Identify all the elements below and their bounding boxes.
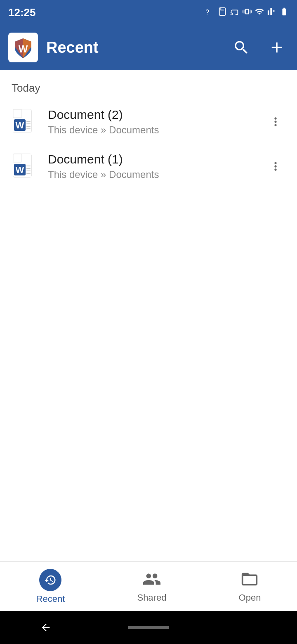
nav-tab-open[interactable]: Open (229, 566, 271, 606)
doc-location-1: This device » Documents (48, 124, 264, 136)
signal-icon: ? (205, 7, 214, 18)
svg-rect-9 (26, 121, 31, 122)
document-list: W Document (2) This device » Documents (0, 99, 297, 561)
svg-rect-19 (26, 168, 31, 169)
app-bar: W Recent (0, 25, 297, 70)
doc-item-1[interactable]: W Document (2) This device » Documents (0, 99, 297, 144)
android-nav-bar (0, 611, 297, 644)
svg-text:W: W (16, 120, 24, 130)
svg-rect-12 (26, 128, 31, 129)
nav-label-recent: Recent (36, 594, 65, 604)
status-icons: ? (205, 7, 289, 18)
doc-name-2: Document (1) (48, 152, 264, 166)
wifi-icon (255, 7, 264, 18)
svg-rect-21 (26, 173, 31, 174)
bottom-nav: Recent Shared Open (0, 561, 297, 611)
signal-strength-icon (267, 7, 276, 18)
svg-text:?: ? (205, 8, 209, 16)
open-icon (240, 570, 259, 590)
svg-rect-11 (26, 126, 31, 127)
svg-rect-10 (26, 123, 31, 124)
doc-menu-btn-2[interactable] (264, 155, 287, 178)
app-bar-actions (229, 36, 289, 59)
add-button[interactable] (265, 36, 289, 59)
sim-icon (218, 7, 227, 18)
nav-label-shared: Shared (137, 592, 166, 603)
doc-icon-2: W (10, 152, 40, 181)
app-logo: W (8, 33, 38, 62)
back-button[interactable] (36, 618, 56, 637)
doc-location-2: This device » Documents (48, 169, 264, 180)
battery-icon (280, 7, 289, 18)
search-button[interactable] (229, 36, 253, 59)
shared-icon (142, 570, 161, 590)
doc-icon-1: W (10, 107, 40, 137)
status-time: 12:25 (8, 6, 36, 19)
cast-icon (230, 7, 239, 18)
doc-info-2: Document (1) This device » Documents (48, 152, 264, 180)
main-content: Today W (0, 70, 297, 561)
app-title: Recent (46, 39, 221, 57)
doc-name-1: Document (2) (48, 108, 264, 122)
svg-rect-18 (26, 166, 31, 166)
svg-rect-20 (26, 170, 31, 171)
status-bar: 12:25 ? (0, 0, 297, 25)
vibrate-icon (243, 7, 252, 18)
svg-text:W: W (19, 43, 28, 54)
section-today: Today (0, 70, 297, 99)
doc-info-1: Document (2) This device » Documents (48, 108, 264, 136)
doc-menu-btn-1[interactable] (264, 110, 287, 133)
recent-icon-bg (39, 569, 61, 591)
nav-tab-recent[interactable]: Recent (26, 566, 75, 608)
doc-item-2[interactable]: W Document (1) This device » Documents (0, 144, 297, 189)
svg-text:W: W (16, 165, 24, 175)
nav-label-open: Open (239, 592, 261, 603)
nav-tab-shared[interactable]: Shared (127, 566, 176, 606)
home-pill[interactable] (128, 626, 169, 629)
svg-rect-1 (219, 7, 226, 15)
